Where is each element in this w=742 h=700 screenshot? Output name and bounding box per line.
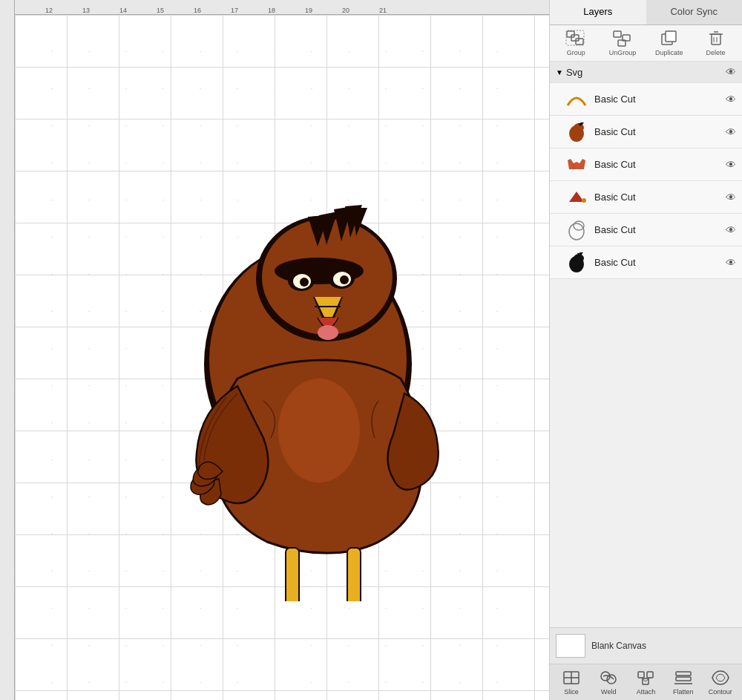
ruler-mark: 15: [157, 7, 164, 14]
layer-item[interactable]: Basic Cut 👁: [550, 83, 742, 116]
svg-point-12: [300, 278, 309, 287]
layer-item[interactable]: Basic Cut 👁: [550, 214, 742, 246]
svg-point-15: [340, 275, 349, 284]
svg-rect-31: [666, 31, 676, 42]
contour-icon: [710, 669, 731, 687]
svg-rect-21: [347, 548, 361, 601]
grid-canvas[interactable]: [15, 15, 549, 700]
layer-label-4: Basic Cut: [594, 192, 723, 203]
layer-item[interactable]: Basic Cut 👁: [550, 246, 742, 279]
contour-label: Contour: [709, 688, 732, 696]
delete-label: Delete: [706, 49, 726, 56]
svg-point-38: [574, 123, 584, 132]
svg-group-eye-icon[interactable]: 👁: [726, 66, 736, 78]
attach-button[interactable]: Attach: [629, 669, 662, 696]
layer-eye-2[interactable]: 👁: [726, 126, 736, 138]
flatten-label: Flatten: [673, 688, 694, 696]
layer-eye-4[interactable]: 👁: [726, 192, 736, 203]
duplicate-label: Duplicate: [655, 49, 683, 56]
svg-point-44: [574, 221, 584, 230]
group-button[interactable]: Group: [556, 30, 596, 56]
delete-icon: [706, 30, 726, 48]
layer-thumbnail-3: [565, 153, 588, 177]
svg-point-43: [569, 223, 584, 240]
blank-canvas-thumbnail: [556, 634, 585, 658]
layer-eye-5[interactable]: 👁: [726, 224, 736, 236]
svg-rect-24: [571, 35, 579, 41]
blank-canvas-row[interactable]: Blank Canvas: [550, 627, 742, 664]
tab-layers[interactable]: Layers: [550, 0, 646, 24]
duplicate-button[interactable]: Duplicate: [649, 30, 689, 56]
slice-label: Slice: [564, 688, 579, 696]
right-panel: Layers Color Sync Group UnGroup: [549, 0, 742, 700]
svg-rect-55: [647, 672, 653, 678]
svg-rect-60: [676, 677, 691, 681]
layer-thumbnail-1: [565, 88, 588, 111]
slice-button[interactable]: Slice: [555, 669, 588, 696]
bird-illustration: [148, 141, 467, 601]
tab-color-sync[interactable]: Color Sync: [646, 0, 743, 24]
svg-rect-54: [638, 672, 644, 678]
svg-point-19: [318, 325, 338, 340]
contour-button[interactable]: Contour: [704, 669, 737, 696]
layers-list: ▼ Svg 👁 Basic Cut 👁: [550, 62, 742, 627]
duplicate-icon: [659, 30, 680, 48]
delete-button[interactable]: Delete: [696, 30, 736, 56]
svg-group-label: Svg: [566, 67, 726, 78]
attach-label: Attach: [637, 688, 656, 696]
weld-label: Weld: [601, 688, 616, 696]
layer-label-5: Basic Cut: [594, 224, 723, 235]
svg-rect-26: [566, 30, 584, 45]
ungroup-icon: [612, 30, 633, 48]
layer-thumbnail-5: [565, 218, 588, 242]
svg-rect-23: [567, 31, 574, 37]
ungroup-button[interactable]: UnGroup: [603, 30, 643, 56]
ruler-left: [0, 0, 15, 700]
svg-marker-41: [569, 192, 584, 202]
ruler-mark: 20: [342, 7, 349, 14]
layer-eye-1[interactable]: 👁: [726, 94, 736, 105]
ruler-mark: 21: [379, 7, 387, 14]
ruler-mark: 17: [231, 7, 238, 14]
toolbar-icons: Group UnGroup Duplicate: [550, 25, 742, 62]
svg-rect-32: [712, 34, 720, 45]
svg-rect-25: [576, 39, 583, 45]
ruler-mark: 19: [305, 7, 312, 14]
bottom-toolbar: Slice Weld Attach: [550, 664, 742, 700]
ruler-mark: 14: [119, 7, 127, 14]
tabs-container: Layers Color Sync: [550, 0, 742, 25]
layer-thumbnail-6: [565, 251, 588, 275]
flatten-button[interactable]: Flatten: [667, 669, 700, 696]
layer-item[interactable]: Basic Cut 👁: [550, 116, 742, 148]
layer-thumbnail-4: [565, 186, 588, 209]
layer-eye-3[interactable]: 👁: [726, 159, 736, 171]
blank-canvas-label: Blank Canvas: [591, 641, 646, 651]
weld-button[interactable]: Weld: [592, 669, 625, 696]
canvas-area: 12 13 14 15 16 17 18 19 20 21: [0, 0, 549, 700]
layer-item[interactable]: Basic Cut 👁: [550, 181, 742, 214]
svg-rect-20: [286, 548, 299, 601]
ungroup-label: UnGroup: [609, 49, 637, 56]
ruler-mark: 16: [194, 7, 201, 14]
layer-eye-6[interactable]: 👁: [726, 257, 736, 269]
ruler-top: 12 13 14 15 16 17 18 19 20 21: [0, 0, 549, 15]
flatten-icon: [673, 669, 694, 687]
svg-rect-59: [676, 672, 691, 676]
slice-icon: [561, 669, 582, 687]
ruler-mark: 12: [45, 7, 53, 14]
group-label: Group: [567, 49, 585, 56]
svg-group-header[interactable]: ▼ Svg 👁: [550, 62, 742, 83]
layer-thumbnail-2: [565, 120, 588, 144]
layer-item[interactable]: Basic Cut 👁: [550, 148, 742, 181]
ruler-mark: 13: [82, 7, 90, 14]
attach-icon: [635, 669, 656, 687]
layer-label-2: Basic Cut: [594, 126, 723, 137]
svg-group-arrow: ▼: [556, 68, 563, 76]
layer-label-6: Basic Cut: [594, 257, 723, 268]
layer-label-1: Basic Cut: [594, 94, 723, 105]
ruler-mark: 18: [268, 7, 275, 14]
weld-icon: [598, 669, 619, 687]
layer-label-3: Basic Cut: [594, 159, 723, 170]
svg-point-42: [582, 198, 586, 203]
svg-point-22: [278, 379, 360, 483]
